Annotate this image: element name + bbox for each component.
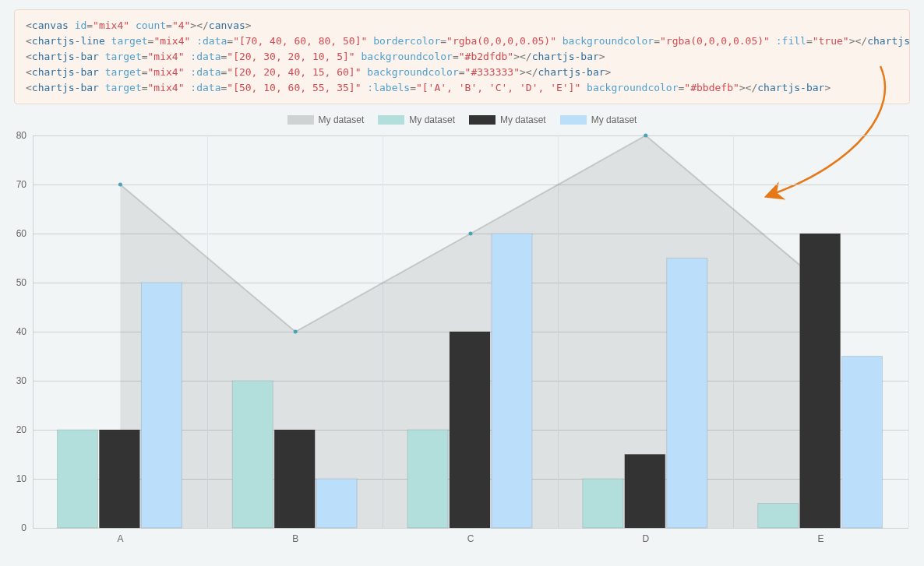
bar-bar3	[141, 283, 182, 528]
chart-legend: My dataset My dataset My dataset My data…	[8, 109, 916, 131]
line-point	[644, 134, 647, 138]
bar-bar3	[492, 234, 532, 528]
bar-bar2	[800, 234, 841, 528]
svg-text:10: 10	[16, 473, 27, 484]
svg-text:C: C	[467, 533, 474, 544]
bar-bar1	[232, 381, 273, 528]
svg-text:80: 80	[16, 131, 27, 141]
bar-bar3	[667, 258, 707, 529]
legend-item[interactable]: My dataset	[469, 114, 546, 125]
bar-bar3	[316, 479, 357, 528]
line-point	[294, 330, 298, 334]
bar-bar3	[842, 357, 883, 529]
chart-plot-area: 01020304050607080ABCDE	[8, 131, 916, 551]
bar-bar2	[99, 430, 139, 528]
svg-text:0: 0	[21, 522, 26, 533]
line-point	[118, 183, 122, 187]
bar-bar1	[57, 430, 97, 528]
svg-text:50: 50	[16, 277, 27, 288]
bar-bar1	[583, 479, 623, 528]
bar-bar2	[450, 332, 490, 528]
svg-text:D: D	[642, 533, 649, 544]
legend-label: My dataset	[409, 114, 455, 125]
line-point	[469, 232, 473, 236]
svg-text:40: 40	[16, 326, 27, 337]
bar-bar2	[274, 430, 315, 528]
bar-bar1	[407, 430, 448, 528]
svg-text:70: 70	[16, 179, 27, 190]
code-snippet: <canvas id="mix4" count="4"></canvas> <c…	[14, 9, 910, 104]
svg-text:20: 20	[16, 424, 27, 435]
legend-label: My dataset	[500, 114, 546, 125]
bar-bar1	[758, 504, 799, 529]
svg-text:B: B	[292, 533, 298, 544]
svg-text:E: E	[818, 533, 824, 544]
svg-text:30: 30	[16, 375, 27, 386]
mixed-chart: My dataset My dataset My dataset My data…	[8, 109, 916, 561]
svg-text:60: 60	[16, 228, 27, 239]
bar-bar2	[625, 455, 665, 529]
legend-label: My dataset	[319, 114, 365, 125]
svg-text:A: A	[117, 533, 123, 544]
legend-label: My dataset	[591, 114, 637, 125]
legend-item[interactable]: My dataset	[378, 114, 455, 125]
legend-item[interactable]: My dataset	[287, 114, 365, 125]
legend-item[interactable]: My dataset	[560, 114, 637, 125]
